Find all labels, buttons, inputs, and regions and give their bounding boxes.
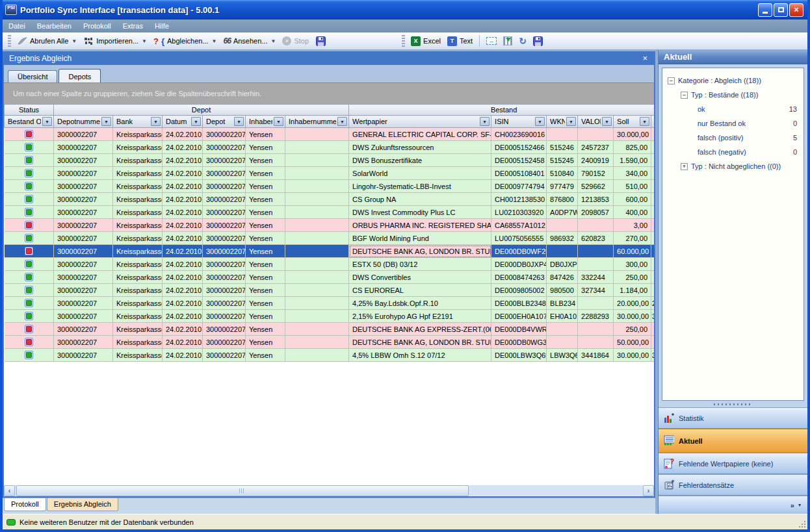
table-row[interactable]: 3000002207Kreissparkasse24.02.2010300000… (5, 271, 655, 284)
tab-uebersicht[interactable]: Übersicht (8, 70, 57, 82)
cell-status[interactable] (5, 141, 54, 154)
cell-depotnummer[interactable]: 3000002207 (54, 284, 113, 297)
cell-depotnummer[interactable]: 3000002207 (54, 258, 113, 271)
cell-inhabernummer[interactable] (285, 310, 349, 323)
cell-wertpapier[interactable]: DEUTSCHE BANK AG EXPRESS-ZERT.(06.0 (349, 323, 491, 336)
cell-status[interactable] (5, 180, 54, 193)
cell-depot[interactable]: 3000002207 (203, 284, 246, 297)
cell-status[interactable] (5, 271, 54, 284)
tree-leaf-falsch-positiv[interactable]: falsch (positiv) 5 (666, 131, 800, 145)
cell-datum[interactable]: 24.02.2010 (163, 310, 203, 323)
cell-inhaber[interactable]: Yensen (246, 297, 285, 310)
cell-depotnummer[interactable]: 3000002207 (54, 336, 113, 349)
cell-depot[interactable]: 3000002207 (203, 128, 246, 141)
cell-valor[interactable]: 2457237 (578, 141, 614, 154)
cell-wertpapier[interactable]: DWS Zukunftsressourcen (349, 141, 491, 154)
cell-ist[interactable] (651, 245, 654, 258)
cell-inhabernummer[interactable] (285, 349, 349, 362)
cell-wkn[interactable]: 847426 (547, 271, 578, 284)
tab-ergebnis-abgleich[interactable]: Ergebnis Abgleich (47, 498, 118, 511)
cell-datum[interactable]: 24.02.2010 (163, 128, 203, 141)
cell-isin[interactable]: DE000EH0A107 (491, 310, 547, 323)
cell-wertpapier[interactable]: 2,15% Eurohypo AG Hpf E2191 (349, 310, 491, 323)
filter-dropdown-icon[interactable]: ▼ (191, 117, 201, 126)
cell-status[interactable] (5, 219, 54, 232)
table-row[interactable]: 3000002207Kreissparkasse24.02.2010300000… (5, 206, 655, 219)
cell-depot[interactable]: 3000002207 (203, 180, 246, 193)
cell-depot[interactable]: 3000002207 (203, 232, 246, 245)
cell-wertpapier[interactable]: DWS Bonuszertifikate (349, 154, 491, 167)
cell-bank[interactable]: Kreissparkasse (113, 245, 163, 258)
cell-inhabernummer[interactable] (285, 219, 349, 232)
cell-soll[interactable]: 20.000,00 (614, 297, 651, 310)
column-header-bank[interactable]: Bank▼ (113, 116, 163, 128)
cell-soll[interactable]: 30.000,00 (614, 310, 651, 323)
cell-depot[interactable]: 3000002207 (203, 297, 246, 310)
cell-inhabernummer[interactable] (285, 193, 349, 206)
column-header-inhaber[interactable]: Inhaber▼ (246, 116, 285, 128)
cell-wkn[interactable]: 515245 (547, 154, 578, 167)
cell-datum[interactable]: 24.02.2010 (163, 219, 203, 232)
cell-wertpapier[interactable]: DEUTSCHE BANK AG, LONDON BR. STUFEN (349, 245, 491, 258)
cell-wkn[interactable]: 876800 (547, 193, 578, 206)
cell-ist[interactable] (651, 167, 654, 180)
scrollbar-track[interactable] (15, 485, 643, 496)
filter-dropdown-icon[interactable]: ▼ (337, 117, 347, 126)
cell-wkn[interactable] (547, 323, 578, 336)
cell-wkn[interactable]: 510840 (547, 167, 578, 180)
cell-valor[interactable] (578, 258, 614, 271)
cell-datum[interactable]: 24.02.2010 (163, 336, 203, 349)
cell-inhabernummer[interactable] (285, 258, 349, 271)
cell-status[interactable] (5, 258, 54, 271)
cell-bank[interactable]: Kreissparkasse (113, 323, 163, 336)
table-row[interactable]: 3000002207Kreissparkasse24.02.2010300000… (5, 193, 655, 206)
cell-datum[interactable]: 24.02.2010 (163, 271, 203, 284)
cell-soll[interactable]: 250,00 (614, 271, 651, 284)
cell-inhabernummer[interactable] (285, 323, 349, 336)
cell-soll[interactable]: 300,00 (614, 258, 651, 271)
cell-soll[interactable]: 30.000,00 (614, 349, 651, 362)
cell-depot[interactable]: 3000002207 (203, 310, 246, 323)
cell-inhabernummer[interactable] (285, 154, 349, 167)
cell-inhaber[interactable]: Yensen (246, 310, 285, 323)
tree-node-typ-bestaende[interactable]: − Typ : Bestände ((18)) (666, 88, 800, 102)
cell-isin[interactable]: DE0005108401 (491, 167, 547, 180)
cell-bank[interactable]: Kreissparkasse (113, 154, 163, 167)
tab-protokoll[interactable]: Protokoll (4, 498, 46, 511)
sidebar-splitter[interactable] (659, 401, 807, 407)
cell-valor[interactable]: 620823 (578, 232, 614, 245)
cell-status[interactable] (5, 232, 54, 245)
cell-valor[interactable] (578, 336, 614, 349)
cell-ist[interactable] (651, 193, 654, 206)
cell-depotnummer[interactable]: 3000002207 (54, 323, 113, 336)
save-layout-button[interactable] (530, 34, 547, 47)
column-header-ist[interactable]: Ist (651, 116, 654, 128)
cell-isin[interactable]: DE0008474263 (491, 271, 547, 284)
nav-statistik[interactable]: Statistik (659, 407, 807, 429)
cell-inhabernummer[interactable] (285, 284, 349, 297)
save-button[interactable] (312, 34, 329, 47)
cell-depotnummer[interactable]: 3000002207 (54, 245, 113, 258)
toolbar-grip[interactable] (8, 35, 11, 47)
cell-wertpapier[interactable]: 4,25% Bay.Ldsbk.Opf.R.10 (349, 297, 491, 310)
cell-datum[interactable]: 24.02.2010 (163, 154, 203, 167)
cell-depot[interactable]: 3000002207 (203, 336, 246, 349)
cell-depot[interactable]: 3000002207 (203, 349, 246, 362)
cell-valor[interactable] (578, 297, 614, 310)
cell-valor[interactable]: 327344 (578, 284, 614, 297)
cell-valor[interactable]: 529662 (578, 180, 614, 193)
cell-soll[interactable]: 50.000,00 (614, 336, 651, 349)
cell-inhaber[interactable]: Yensen (246, 349, 285, 362)
cell-wertpapier[interactable]: DWS Convertibles (349, 271, 491, 284)
cell-wertpapier[interactable]: CS EUROREAL (349, 284, 491, 297)
abgleichen-button[interactable]: ? { Abgleichen... ▼ (150, 35, 220, 47)
resize-grip-icon[interactable] (798, 520, 806, 528)
cell-soll[interactable]: 1.590,00 (614, 154, 651, 167)
close-button[interactable]: × (789, 3, 803, 17)
cell-wkn[interactable]: 515246 (547, 141, 578, 154)
cell-datum[interactable]: 24.02.2010 (163, 141, 203, 154)
export-excel-button[interactable]: X Excel (408, 35, 444, 47)
cell-isin[interactable]: DE0005152458 (491, 154, 547, 167)
nav-aktuell[interactable]: Aktuell (659, 429, 807, 453)
cell-depot[interactable]: 3000002207 (203, 323, 246, 336)
